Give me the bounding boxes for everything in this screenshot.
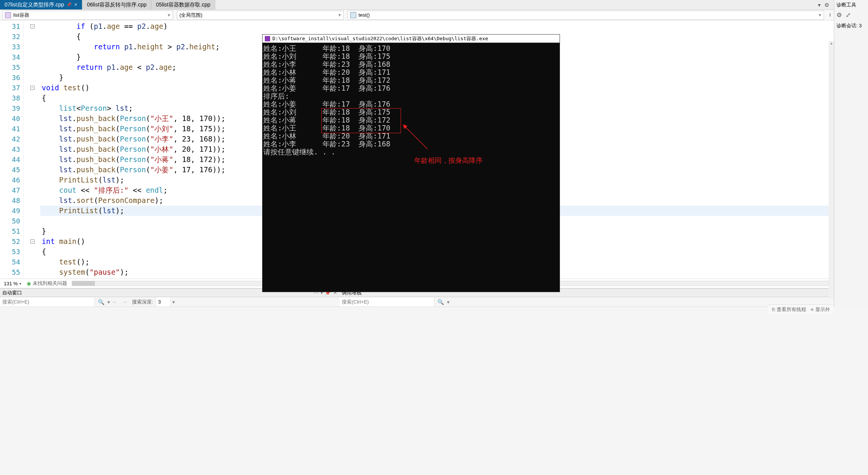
global-select[interactable]: (全局范围) ▾ <box>177 11 344 20</box>
gear-icon[interactable]: ⚙ <box>837 11 842 19</box>
tab-2[interactable]: 05list容器数据存取.cpp <box>151 0 215 9</box>
method-icon <box>350 12 356 18</box>
fold-toggle[interactable]: − <box>30 24 35 28</box>
module-icon <box>5 12 11 18</box>
threads-icon: ⎘ <box>772 307 775 312</box>
arrow-annotation <box>403 124 429 151</box>
svg-line-0 <box>405 126 428 149</box>
tab-1[interactable]: 06list容器反转与排序.cpp <box>82 0 151 9</box>
terminal-line: 姓名:小刘 年龄:18 身高:175 <box>263 108 559 116</box>
diagnostics-title: 诊断工具 <box>837 2 866 8</box>
fold-gutter[interactable]: −−− <box>24 20 40 278</box>
code-line[interactable]: if (p1.age == p2.age) <box>40 21 834 31</box>
annotation-text: 年龄相同，按身高降序 <box>414 157 483 165</box>
show-external-button[interactable]: ⎆显示外 <box>811 306 830 313</box>
terminal-body: 姓名:小王 年龄:18 身高:170姓名:小刘 年龄:18 身高:175姓名:小… <box>263 43 560 157</box>
nav-fwd-icon[interactable]: → <box>120 299 130 305</box>
terminal-line: 姓名:小姜 年龄:17 身高:176 <box>263 100 559 108</box>
terminal-line: 姓名:小李 年龄:23 身高:168 <box>263 60 559 68</box>
nav-row: list容器 ▾ (全局范围) ▾ test() ▾ ⫲ <box>0 10 834 20</box>
terminal-line: 姓名:小林 年龄:20 身高:171 <box>263 68 559 76</box>
tab-dropdown-icon[interactable]: ▾ <box>818 2 821 8</box>
terminal-icon <box>265 36 270 41</box>
terminal-line: 姓名:小王 年龄:18 身高:170 <box>263 44 559 52</box>
function-select[interactable]: test() ▾ <box>348 11 824 20</box>
depth-input[interactable] <box>156 297 171 307</box>
chevron-down-icon: ▾ <box>168 12 170 18</box>
terminal-line: 姓名:小姜 年龄:17 身高:176 <box>263 84 559 92</box>
search-input-2[interactable] <box>340 297 434 307</box>
health-icon[interactable]: ◉ <box>27 280 31 286</box>
zoom-select[interactable]: 131 %▾ <box>0 281 25 286</box>
terminal-line: 姓名:小刘 年龄:18 身高:175 <box>263 52 559 60</box>
expand-icon[interactable]: ⤢ <box>846 11 851 19</box>
nav-back-icon[interactable]: ← <box>110 299 120 305</box>
search-icon[interactable]: 🔍 <box>95 299 107 305</box>
terminal-title-bar[interactable]: D:\software_install\visual_studio2022\co… <box>263 35 560 43</box>
diagnostics-session: 诊断会话: 3 <box>837 22 866 29</box>
vertical-scrollbar[interactable]: ▴ <box>829 41 834 299</box>
pin-icon[interactable]: 📌 <box>66 2 72 7</box>
terminal-line: 姓名:小蒋 年龄:18 身高:172 <box>263 76 559 84</box>
chevron-down-icon: ▾ <box>819 12 821 18</box>
split-icon[interactable]: ⫲ <box>826 12 834 18</box>
terminal-line: 姓名:小蒋 年龄:18 身高:172 <box>263 116 559 124</box>
scope-select[interactable]: list容器 ▾ <box>2 11 173 20</box>
chevron-down-icon: ▾ <box>338 12 341 18</box>
gear-icon[interactable]: ⚙ <box>824 2 829 8</box>
diagnostics-sidebar: 诊断工具 ⚙ ⤢ 诊断会话: 3 <box>834 0 868 307</box>
close-icon[interactable]: ✕ <box>74 2 77 7</box>
tab-bar: 07list自定义类型排序.cpp 📌 ✕ 06list容器反转与排序.cpp … <box>0 0 834 10</box>
search-input[interactable] <box>0 297 95 307</box>
fold-toggle[interactable]: − <box>30 86 35 90</box>
view-threads-button[interactable]: ⎘查看所有线程 <box>772 306 806 313</box>
status-text: 未找到相关问题 <box>33 280 67 287</box>
fold-toggle[interactable]: − <box>30 239 35 244</box>
terminal-line: 排序后: <box>263 92 559 100</box>
terminal-window[interactable]: D:\software_install\visual_studio2022\co… <box>262 34 560 292</box>
footer-right: ⎘查看所有线程 ⎆显示外 <box>768 304 834 314</box>
tab-active[interactable]: 07list自定义类型排序.cpp 📌 ✕ <box>0 0 82 9</box>
search-icon[interactable]: 🔍 <box>434 299 447 305</box>
depth-label: 搜索深度: <box>130 299 156 305</box>
tab-label: 07list自定义类型排序.cpp <box>5 2 64 8</box>
highlight-box <box>321 108 401 133</box>
external-icon: ⎆ <box>811 307 814 312</box>
line-gutter: 3132333435363738394041424344454647484950… <box>0 20 24 278</box>
